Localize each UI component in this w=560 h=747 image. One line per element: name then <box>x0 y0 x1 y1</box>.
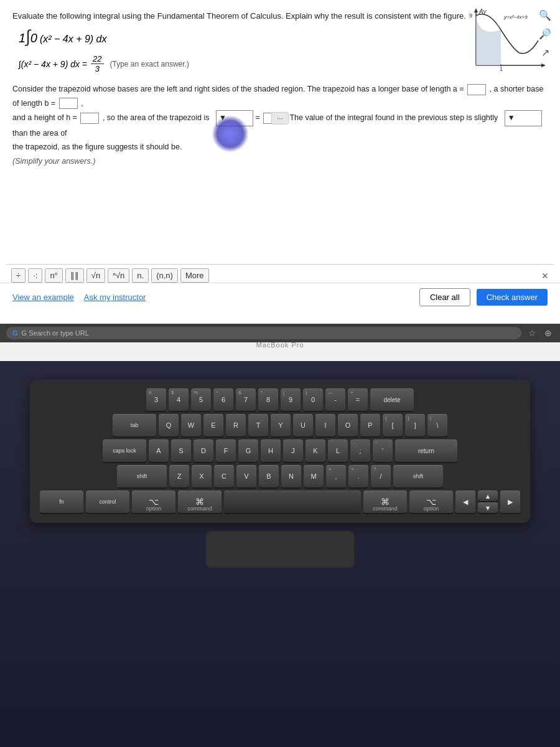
key-bracket-open[interactable]: { [ <box>383 414 403 436</box>
search-icon[interactable]: 🔍 <box>538 7 553 22</box>
key-space[interactable] <box>224 491 361 513</box>
external-icon[interactable]: ↗ <box>538 45 553 60</box>
key-n[interactable]: N <box>281 465 301 487</box>
key-comma[interactable]: < , <box>326 465 346 487</box>
key-f[interactable]: F <box>216 439 236 462</box>
key-option-right[interactable]: ⌥ option <box>409 491 453 513</box>
key-z[interactable]: Z <box>169 465 189 487</box>
key-b[interactable]: B <box>259 465 279 487</box>
key-command-left[interactable]: ⌘ command <box>178 491 222 513</box>
trackpad[interactable] <box>205 530 355 568</box>
key-arrow-down[interactable]: ▼ <box>478 502 498 513</box>
key-o[interactable]: O <box>338 414 358 436</box>
view-example-link[interactable]: View an example <box>12 293 74 302</box>
key-q[interactable]: Q <box>159 414 179 436</box>
key-shift-right[interactable]: shift <box>393 465 443 487</box>
key-arrow-left[interactable]: ◀ <box>455 491 475 513</box>
key-0[interactable]: ) 0 <box>303 388 323 411</box>
key-tab[interactable]: tab <box>113 414 156 436</box>
key-8[interactable]: * 8 <box>258 388 278 411</box>
key-arrows-updown: ▲ ▼ <box>478 491 498 513</box>
svg-marker-3 <box>541 63 546 67</box>
key-return[interactable]: return <box>395 439 457 462</box>
toolbar-btn-norm[interactable]: ∥∥ <box>65 268 84 283</box>
key-arrow-up[interactable]: ▲ <box>478 491 498 501</box>
key-shift-left[interactable]: shift <box>117 465 167 487</box>
input-b[interactable] <box>59 98 78 109</box>
toolbar-btn-nthroot[interactable]: ⁿ√n <box>108 268 129 283</box>
key-g[interactable]: G <box>238 439 258 462</box>
toolbar-btn-coord[interactable]: (n,n) <box>151 268 178 283</box>
key-a[interactable]: A <box>149 439 169 462</box>
key-h[interactable]: H <box>261 439 281 462</box>
consider-text-7: than the area of <box>12 129 67 138</box>
graph-svg: Ay 1 9 y=x²−4x+9 <box>467 6 548 75</box>
content-area: Evaluate the following integral using th… <box>0 0 560 336</box>
consider-section: Consider the trapezoid whose bases are t… <box>12 82 548 168</box>
key-equals[interactable]: + = <box>348 388 368 411</box>
check-answer-button[interactable]: Check answer <box>477 289 548 306</box>
key-9[interactable]: ( 9 <box>281 388 301 411</box>
key-period[interactable]: > . <box>348 465 368 487</box>
key-command-right[interactable]: ⌘ command <box>363 491 407 513</box>
decorative-orb <box>212 115 249 153</box>
toolbar-btn-fraction[interactable]: ÷ <box>11 268 26 283</box>
ask-instructor-link[interactable]: Ask my instructor <box>84 293 146 302</box>
toolbar-btn-decimal[interactable]: n. <box>132 268 149 283</box>
plus-icon[interactable]: ⊕ <box>543 327 554 339</box>
answer-integral: ∫(x² − 4x + 9) dx = <box>19 59 87 69</box>
key-semicolon[interactable]: : ; <box>350 439 370 462</box>
fraction-numerator: 22 <box>91 54 103 64</box>
key-t[interactable]: T <box>248 414 268 436</box>
toolbar-close[interactable]: ✕ <box>541 271 549 281</box>
clear-all-button[interactable]: Clear all <box>419 288 470 306</box>
star-icon[interactable]: ☆ <box>526 327 538 339</box>
key-l[interactable]: L <box>328 439 348 462</box>
key-minus[interactable]: — - <box>325 388 345 411</box>
key-e[interactable]: E <box>203 414 223 436</box>
toolbar-btn-matrix[interactable]: ·: <box>28 268 42 283</box>
toolbar-btn-more[interactable]: More <box>180 268 209 283</box>
key-ctrl[interactable]: control <box>86 491 129 513</box>
key-s[interactable]: S <box>171 439 191 462</box>
key-caps[interactable]: caps lock <box>103 439 146 462</box>
expand-button[interactable]: ··· <box>271 112 289 125</box>
key-delete[interactable]: delete <box>370 388 414 411</box>
dropdown-compare[interactable]: ▼ <box>505 110 542 126</box>
key-slash[interactable]: ? / <box>371 465 391 487</box>
key-6[interactable]: ^ 6 <box>213 388 233 411</box>
key-3[interactable]: # 3 <box>146 388 166 411</box>
key-quote[interactable]: " ' <box>373 439 393 462</box>
key-x[interactable]: X <box>192 465 212 487</box>
key-alt[interactable]: ⌥ option <box>132 491 175 513</box>
key-v[interactable]: V <box>236 465 256 487</box>
key-y[interactable]: Y <box>271 414 291 436</box>
key-k[interactable]: K <box>306 439 325 462</box>
key-fn[interactable]: fn <box>40 491 83 513</box>
key-4[interactable]: $ 4 <box>169 388 189 411</box>
key-7[interactable]: & 7 <box>236 388 256 411</box>
key-p[interactable]: P <box>360 414 380 436</box>
zoom-icon[interactable]: 🔎 <box>538 26 553 41</box>
key-row-asdf: caps lock A S D F G H J K L : ; " ' retu… <box>40 439 520 462</box>
integral-lower-limit: 0 <box>30 31 37 45</box>
keyboard-area: # 3 $ 4 % 5 ^ 6 & 7 * 8 <box>0 361 560 747</box>
key-i[interactable]: I <box>315 414 335 436</box>
key-c[interactable]: C <box>214 465 234 487</box>
input-a[interactable] <box>467 84 486 95</box>
integral-symbol: ∫ <box>26 27 30 47</box>
toolbar-btn-sqrt[interactable]: √n <box>86 268 105 283</box>
key-backslash[interactable]: | \ <box>427 414 447 436</box>
input-h[interactable] <box>80 113 99 124</box>
key-r[interactable]: R <box>226 414 246 436</box>
key-bracket-close[interactable]: } ] <box>405 414 425 436</box>
key-w[interactable]: W <box>181 414 201 436</box>
key-d[interactable]: D <box>194 439 213 462</box>
key-m[interactable]: M <box>304 465 324 487</box>
toolbar-btn-degree[interactable]: n° <box>45 268 62 283</box>
key-arrow-right[interactable]: ▶ <box>500 491 520 513</box>
key-j[interactable]: J <box>283 439 303 462</box>
key-u[interactable]: U <box>293 414 313 436</box>
url-bar[interactable]: G G Search or type URL <box>6 327 521 339</box>
key-5[interactable]: % 5 <box>191 388 211 411</box>
